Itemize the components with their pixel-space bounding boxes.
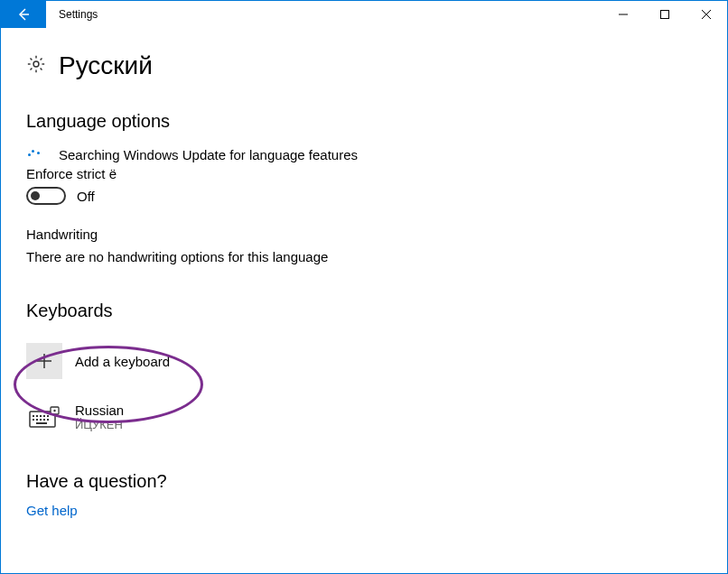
question-heading: Have a question? bbox=[26, 471, 702, 492]
toggle-knob bbox=[31, 191, 40, 200]
svg-point-18 bbox=[53, 410, 55, 412]
gear-icon bbox=[26, 54, 46, 78]
svg-line-10 bbox=[30, 58, 32, 60]
maximize-button[interactable] bbox=[644, 1, 686, 28]
add-keyboard-button[interactable]: Add a keyboard bbox=[26, 343, 702, 379]
svg-rect-2 bbox=[661, 11, 669, 19]
page-title: Русский bbox=[59, 51, 153, 80]
status-text: Searching Windows Update for language fe… bbox=[59, 147, 358, 162]
status-row: Searching Windows Update for language fe… bbox=[26, 146, 702, 162]
get-help-link[interactable]: Get help bbox=[26, 503, 702, 518]
keyboard-text: Russian ЙЦУКЕН bbox=[75, 403, 124, 431]
enforce-strict-label: Enforce strict ё bbox=[26, 166, 702, 181]
svg-rect-23 bbox=[47, 415, 49, 417]
svg-line-11 bbox=[41, 69, 42, 70]
section-language-options: Language options bbox=[26, 111, 702, 132]
maximize-icon bbox=[660, 10, 669, 19]
minimize-icon bbox=[619, 10, 628, 19]
svg-rect-25 bbox=[36, 419, 38, 421]
section-keyboards: Keyboards bbox=[26, 301, 702, 321]
svg-rect-22 bbox=[43, 415, 45, 417]
keyboard-icon bbox=[26, 399, 62, 435]
svg-line-12 bbox=[30, 69, 32, 70]
keyboard-item[interactable]: Russian ЙЦУКЕН bbox=[26, 399, 702, 435]
keyboard-name: Russian bbox=[75, 403, 124, 418]
svg-rect-24 bbox=[33, 419, 34, 421]
svg-rect-27 bbox=[43, 419, 45, 421]
content-area: Русский Language options Searching Windo… bbox=[1, 28, 727, 518]
add-keyboard-label: Add a keyboard bbox=[75, 354, 170, 369]
back-arrow-icon bbox=[16, 7, 31, 22]
window-title: Settings bbox=[46, 1, 110, 28]
plus-icon bbox=[35, 352, 53, 370]
loading-spinner-icon bbox=[26, 146, 42, 162]
svg-rect-26 bbox=[40, 419, 42, 421]
plus-box bbox=[26, 343, 62, 379]
svg-point-5 bbox=[33, 61, 39, 67]
svg-line-13 bbox=[41, 58, 42, 60]
svg-rect-28 bbox=[47, 419, 49, 421]
back-button[interactable] bbox=[1, 1, 46, 28]
close-icon bbox=[702, 10, 711, 19]
svg-rect-20 bbox=[36, 415, 38, 417]
close-button[interactable] bbox=[686, 1, 727, 28]
toggle-state-label: Off bbox=[77, 189, 95, 204]
handwriting-text: There are no handwriting options for thi… bbox=[26, 249, 702, 264]
svg-rect-21 bbox=[40, 415, 42, 417]
svg-rect-19 bbox=[33, 415, 34, 417]
handwriting-heading: Handwriting bbox=[26, 227, 702, 242]
keyboard-layout: ЙЦУКЕН bbox=[75, 418, 124, 431]
svg-rect-29 bbox=[36, 422, 47, 424]
enforce-strict-toggle[interactable] bbox=[26, 187, 66, 205]
minimize-button[interactable] bbox=[602, 1, 644, 28]
page-header: Русский bbox=[26, 51, 702, 80]
enforce-strict-toggle-row: Off bbox=[26, 187, 702, 205]
titlebar: Settings bbox=[1, 1, 727, 28]
